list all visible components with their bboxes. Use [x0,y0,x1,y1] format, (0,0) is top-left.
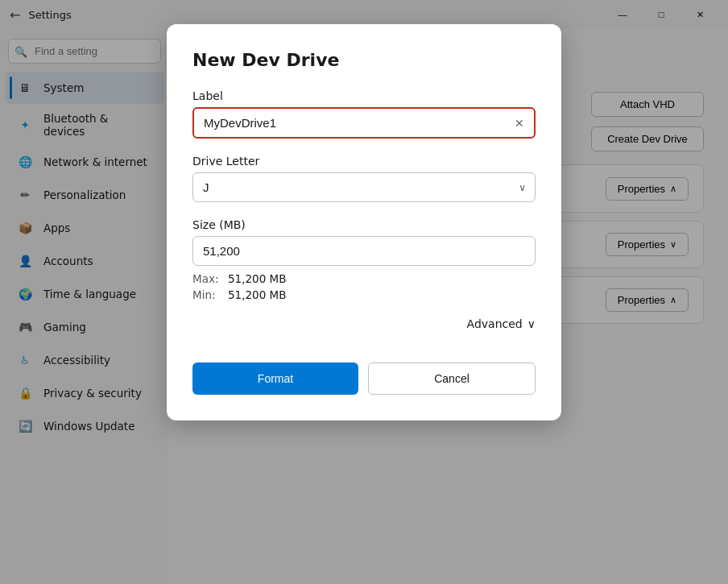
label-input[interactable] [192,107,536,139]
advanced-label: Advanced [467,317,523,330]
dialog-footer: Format Cancel [192,362,536,395]
size-field-group: Size (MB) Max: 51,200 MB Min: 51,200 MB [192,218,536,301]
size-info: Max: 51,200 MB Min: 51,200 MB [192,272,536,301]
advanced-toggle[interactable]: Advanced ∨ [192,317,536,330]
label-input-wrap: ✕ [192,107,536,139]
size-field-label: Size (MB) [192,218,536,231]
dialog-title: New Dev Drive [192,50,536,70]
label-clear-button[interactable]: ✕ [511,115,527,131]
label-field-label: Label [192,89,536,102]
size-min-row: Min: 51,200 MB [192,288,536,301]
drive-letter-select-wrap: J K L M N ∨ [192,172,536,202]
size-max-row: Max: 51,200 MB [192,272,536,285]
cancel-button[interactable]: Cancel [368,362,536,395]
app-container: 🔍 🖥 System ✦ Bluetooth & devices 🌐 Netwo… [0,29,728,584]
drive-letter-select[interactable]: J K L M N [192,172,536,202]
dialog-overlay: New Dev Drive Label ✕ Drive Letter J K L [0,0,728,584]
drive-letter-label: Drive Letter [192,155,536,168]
size-input[interactable] [192,236,536,266]
advanced-chevron-icon: ∨ [527,317,536,330]
new-dev-drive-dialog: New Dev Drive Label ✕ Drive Letter J K L [167,24,561,420]
drive-letter-field-group: Drive Letter J K L M N ∨ [192,155,536,202]
label-field-group: Label ✕ [192,89,536,139]
format-button[interactable]: Format [192,362,358,395]
